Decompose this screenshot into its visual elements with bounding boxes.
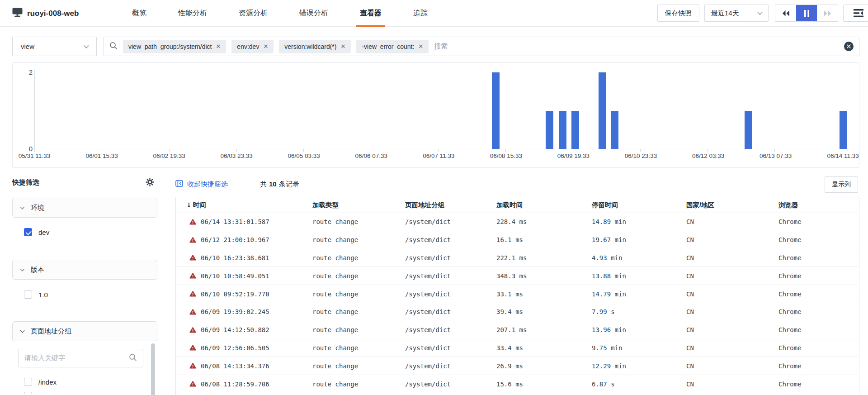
cell-page-group: /system/dict [405,381,496,388]
time-range-value: 最近14天 [711,9,739,18]
x-axis-label: 06/14 11:33 [816,152,859,159]
cell-load-time: 15.6 ms [496,381,592,388]
pause-button[interactable] [796,5,817,21]
fast-forward-button[interactable] [817,5,838,21]
filter-tag[interactable]: -view_error_count: [356,40,429,53]
playback-controls [775,5,838,22]
cell-time: 06/08 14:13:34.376 [176,362,312,370]
chart-bar [840,111,847,149]
table-row[interactable]: 06/09 12:56:06.505route_change/system/di… [176,339,859,357]
table-row[interactable]: 06/09 14:12:50.882route_change/system/di… [176,321,859,339]
cell-page-group: /system/dict [405,362,496,370]
section-label: 页面地址分组 [31,327,71,336]
rewind-button[interactable] [775,5,796,21]
warning-icon [189,237,196,243]
filter-tag-label: -view_error_count: [362,43,414,50]
table-header-row: ↓ 时间 加载类型 页面地址分组 加载时间 停留时间 国家/地区 浏览器 [176,197,859,213]
collapse-link-label: 收起快捷筛选 [187,180,228,189]
checkbox-checked[interactable] [24,228,32,236]
collapse-menu-button[interactable] [843,5,868,22]
cell-country: CN [686,236,778,243]
gear-icon[interactable] [146,178,154,186]
panel-collapse-icon [175,180,183,189]
cell-load-type: route_change [312,236,405,243]
filter-tag[interactable]: version:wildcard(*) [279,40,351,53]
sidebar-scrollbar[interactable] [151,343,155,395]
event-histogram-chart: 2 0 05/31 11:3306/01 15:3306/02 19:3306/… [12,62,859,168]
cell-stay-time: 6.87 s [592,381,686,388]
chevron-down-icon [20,328,25,333]
checkbox-unchecked[interactable] [24,290,32,299]
cell-load-type: route_change [312,381,405,388]
cell-load-time: 33.4 ms [496,344,592,352]
nav-tab[interactable]: 查看器 [359,0,382,27]
remove-tag-icon[interactable] [340,43,345,49]
filter-option[interactable]: /index [24,378,57,386]
x-axis-tickmark [707,149,708,152]
filter-tag[interactable]: env:dev [231,40,274,53]
collapse-quick-filter-link[interactable]: 收起快捷筛选 [175,180,228,189]
save-snapshot-button[interactable]: 保存快照 [657,5,699,22]
column-header-page-group[interactable]: 页面地址分组 [405,201,496,209]
filter-option[interactable]: dev [24,228,49,236]
table-row[interactable]: 06/12 21:00:10.967route_change/system/di… [176,231,859,249]
column-header-country[interactable]: 国家/地区 [686,201,778,209]
cell-time: 06/14 13:31:01.587 [176,218,312,225]
list-item-partial[interactable] [24,392,32,395]
column-header-time[interactable]: ↓ 时间 [176,201,312,209]
clear-filters-icon[interactable] [844,42,854,51]
cell-page-group: /system/dict [405,218,496,225]
chart-bar [559,111,566,149]
table-row[interactable]: 06/10 09:52:19.770route_change/system/di… [176,285,859,303]
time-range-select[interactable]: 最近14天 [704,5,769,22]
warning-icon [189,290,196,297]
show-columns-button[interactable]: 显示列 [825,176,858,193]
table-row[interactable]: 06/10 10:58:49.051route_change/system/di… [176,267,859,285]
section-page-group[interactable]: 页面地址分组 [12,321,157,341]
nav-tab[interactable]: 错误分析 [298,0,329,27]
nav-tab[interactable]: 资源分析 [238,0,269,27]
x-axis-tickmark [573,149,573,152]
nav-tab[interactable]: 概览 [131,0,147,27]
search-input[interactable]: 搜索 [434,42,839,51]
table-row[interactable]: 06/08 11:28:59.706route_change/system/di… [176,375,859,393]
remove-tag-icon[interactable] [263,43,268,49]
checkbox-unchecked[interactable] [24,378,32,386]
table-row[interactable]: 06/10 16:23:38.681route_change/system/di… [176,249,859,267]
section-environment[interactable]: 环境 [12,198,157,218]
nav-tab[interactable]: 性能分析 [177,0,208,27]
cell-country: CN [686,218,778,225]
x-axis-tickmark [236,149,237,152]
remove-tag-icon[interactable] [216,43,221,49]
chart-plot [34,72,859,149]
checkbox[interactable] [24,392,32,395]
chart-bar [571,111,579,149]
scope-select[interactable]: view [12,37,97,56]
section-label: 版本 [31,266,44,274]
cell-stay-time: 13.96 min [592,326,686,333]
nav-tab[interactable]: 追踪 [412,0,429,27]
column-header-load-time[interactable]: 加载时间 [496,201,592,209]
section-version[interactable]: 版本 [12,260,157,280]
keyword-search-input[interactable]: 请输入关键字 [18,349,143,367]
cell-browser: Chrome [778,362,859,370]
table-row[interactable]: 06/09 19:39:02.245route_change/system/di… [176,303,859,321]
cell-load-time: 348.3 ms [496,272,592,280]
table-row[interactable]: 06/08 14:13:34.376route_change/system/di… [176,357,859,375]
column-header-load-type[interactable]: 加载类型 [312,201,405,209]
filter-tag[interactable]: view_path_group:/system/dict [123,40,226,53]
column-header-stay-time[interactable]: 停留时间 [592,201,686,209]
quick-filter-sidebar: 快捷筛选 环境 版本 页面地址分组 请输入关键字 dev1.0/ind [12,176,157,395]
warning-icon [189,344,196,351]
cell-time: 06/10 16:23:38.681 [176,254,312,262]
search-bar[interactable]: view_path_group:/system/dictenv:devversi… [104,37,859,56]
table-row[interactable]: 06/14 13:31:01.587route_change/system/di… [176,213,859,231]
cell-load-time: 16.1 ms [496,236,592,243]
cell-browser: Chrome [778,308,859,315]
cell-country: CN [686,290,778,298]
column-header-browser[interactable]: 浏览器 [778,201,859,209]
chevron-down-icon [757,10,762,14]
app-brand: ruoyi-008-web [12,0,79,27]
filter-option[interactable]: 1.0 [24,290,48,299]
remove-tag-icon[interactable] [418,43,423,49]
